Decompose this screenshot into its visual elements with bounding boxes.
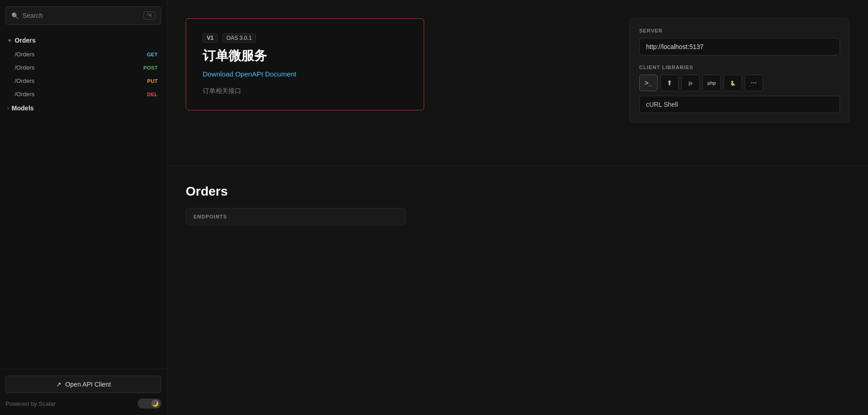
sidebar-group-orders[interactable]: ▼ Orders bbox=[0, 33, 167, 48]
sidebar-models-label: Models bbox=[11, 104, 33, 112]
badge-put: PUT bbox=[145, 78, 160, 84]
oas-version-badge: OAS 3.0.1 bbox=[222, 33, 256, 43]
badge-get: GET bbox=[145, 51, 160, 58]
endpoints-box: ENDPOINTS bbox=[186, 208, 406, 225]
footer-bottom: Powered by Scalar 🌙 bbox=[6, 399, 161, 409]
chevron-right-icon: › bbox=[7, 106, 9, 111]
nav-path-put: /Orders bbox=[15, 77, 34, 84]
sidebar-item-orders-put[interactable]: /Orders PUT bbox=[0, 74, 167, 87]
curl-shell-label: cURL Shell bbox=[639, 96, 840, 113]
theme-toggle[interactable]: 🌙 bbox=[138, 399, 161, 409]
search-bar[interactable]: 🔍 Search ^K bbox=[6, 6, 161, 25]
sidebar-item-orders-post[interactable]: /Orders POST bbox=[0, 61, 167, 74]
lib-btn-php[interactable]: php bbox=[702, 75, 721, 91]
server-panel: SERVER CLIENT LIBRARIES >_ ⬆ js php 🐍 ··… bbox=[630, 18, 850, 123]
lib-btn-curl[interactable]: >_ bbox=[639, 75, 658, 91]
lib-btn-more[interactable]: ··· bbox=[745, 75, 763, 91]
sidebar-group-orders-label: Orders bbox=[15, 37, 36, 44]
client-libraries-label: CLIENT LIBRARIES bbox=[639, 65, 840, 70]
orders-section-title: Orders bbox=[186, 184, 850, 199]
main-content: V1 OAS 3.0.1 订单微服务 Download OpenAPI Docu… bbox=[167, 0, 868, 415]
api-description: 订单相关接口 bbox=[203, 87, 407, 95]
main-inner: V1 OAS 3.0.1 订单微服务 Download OpenAPI Docu… bbox=[167, 0, 868, 147]
content-layout: V1 OAS 3.0.1 订单微服务 Download OpenAPI Docu… bbox=[186, 18, 850, 129]
open-api-client-button[interactable]: ↗ Open API Client bbox=[6, 376, 161, 393]
nav-path-del: /Orders bbox=[15, 91, 34, 98]
moon-icon: 🌙 bbox=[152, 401, 159, 407]
download-openapi-link[interactable]: Download OpenAPI Document bbox=[203, 70, 407, 78]
badge-del: DEL bbox=[145, 91, 160, 98]
nav-path-post: /Orders bbox=[15, 64, 34, 71]
sidebar-item-orders-del[interactable]: /Orders DEL bbox=[0, 87, 167, 101]
server-url-input[interactable] bbox=[639, 38, 840, 55]
sidebar: 🔍 Search ^K ▼ Orders /Orders GET /Orders… bbox=[0, 0, 167, 415]
api-meta: V1 OAS 3.0.1 bbox=[203, 33, 407, 43]
orders-section: Orders ENDPOINTS bbox=[167, 166, 868, 244]
content-left: V1 OAS 3.0.1 订单微服务 Download OpenAPI Docu… bbox=[186, 18, 611, 129]
open-api-client-label: Open API Client bbox=[65, 381, 111, 388]
powered-by-text: Powered by Scalar bbox=[6, 400, 55, 407]
server-label: SERVER bbox=[639, 28, 840, 33]
search-bar-left: 🔍 Search bbox=[11, 12, 43, 19]
lib-btn-node[interactable]: js bbox=[681, 75, 700, 91]
search-icon: 🔍 bbox=[11, 12, 19, 19]
sidebar-group-models[interactable]: › Models bbox=[0, 101, 167, 115]
search-label: Search bbox=[22, 12, 43, 19]
endpoints-text: ENDPOINTS bbox=[194, 214, 227, 219]
search-shortcut: ^K bbox=[144, 11, 155, 20]
chevron-down-icon: ▼ bbox=[7, 38, 12, 43]
sidebar-item-orders-get[interactable]: /Orders GET bbox=[0, 48, 167, 61]
theme-toggle-circle: 🌙 bbox=[151, 399, 160, 408]
lib-btn-python[interactable]: 🐍 bbox=[724, 75, 742, 91]
api-title: 订单微服务 bbox=[203, 47, 407, 65]
external-link-icon: ↗ bbox=[56, 381, 61, 388]
badge-post: POST bbox=[142, 65, 160, 71]
sidebar-nav: ▼ Orders /Orders GET /Orders POST /Order… bbox=[0, 31, 167, 369]
nav-path-get: /Orders bbox=[15, 51, 34, 58]
sidebar-footer: ↗ Open API Client Powered by Scalar 🌙 bbox=[0, 369, 167, 415]
api-info-card: V1 OAS 3.0.1 订单微服务 Download OpenAPI Docu… bbox=[186, 18, 424, 110]
client-libs-row: >_ ⬆ js php 🐍 ··· bbox=[639, 75, 840, 91]
lib-btn-upload[interactable]: ⬆ bbox=[660, 75, 679, 91]
api-version-badge: V1 bbox=[203, 33, 218, 43]
